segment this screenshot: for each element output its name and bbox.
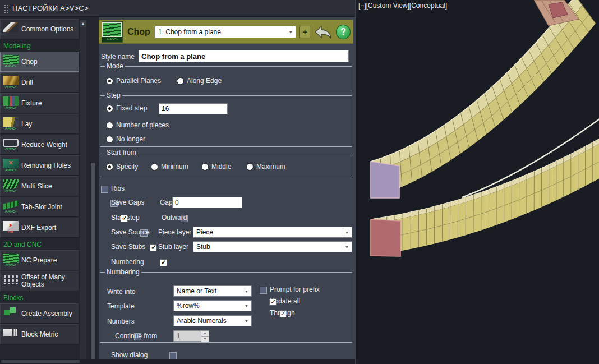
parallel-planes-label: Parallel Planes <box>116 77 161 85</box>
along-edge-radio[interactable] <box>177 77 184 85</box>
tool-title: Chop <box>126 27 151 37</box>
stub-layer-select[interactable]: Stub <box>193 241 352 252</box>
help-button[interactable]: ? <box>336 25 351 39</box>
sidebar-item-create-assembly[interactable]: Create Assembly <box>0 303 79 324</box>
sidebar-item-tab-slot-joint[interactable]: A>V>C> Tab-Slot Joint <box>0 197 79 217</box>
gap-label: Gap <box>160 199 173 207</box>
fixed-step-label: Fixed step <box>116 104 147 113</box>
sidebar-item-drill[interactable]: A>V>C> Drill <box>0 72 79 93</box>
fixture-icon: A>V>C> <box>2 96 20 110</box>
middle-label: Middle <box>211 163 231 171</box>
panel-scrollbar[interactable] <box>90 17 96 364</box>
gap-input[interactable] <box>172 197 242 208</box>
maximum-radio[interactable] <box>246 163 254 171</box>
horizontal-scrollbar-thumb[interactable] <box>1 360 80 363</box>
piece-layer-label: Piece layer <box>158 228 191 237</box>
viewport-3d[interactable]: [−][Custom View][Conceptual] <box>355 0 599 364</box>
viewport-view-control[interactable]: [Custom View] <box>366 2 409 10</box>
horizontal-scrollbar[interactable] <box>0 359 355 364</box>
lay-icon: A>V>C> <box>2 117 20 131</box>
template-label: Template <box>107 302 135 311</box>
update-all-label: Update all <box>270 297 300 306</box>
save-source-label: Save Source <box>111 228 150 237</box>
viewport-minimize-control[interactable]: [−] <box>358 2 366 10</box>
undo-arrow-icon <box>314 25 333 39</box>
drill-icon: A>V>C> <box>2 76 20 89</box>
continue-from-label: Continue from <box>115 332 157 340</box>
sidebar-item-block-metric[interactable]: Block Metric <box>0 324 79 344</box>
maximum-label: Maximum <box>256 163 285 171</box>
sidebar-item-removing-holes[interactable]: A>V>C> Removing Holes <box>0 155 79 176</box>
specify-radio[interactable] <box>106 163 113 171</box>
save-gaps-label: Save Gaps <box>111 199 144 207</box>
parallel-planes-radio[interactable] <box>106 77 113 85</box>
number-of-pieces-radio[interactable] <box>106 122 113 129</box>
numbering-checkbox[interactable] <box>160 259 167 266</box>
removing-holes-icon: A>V>C> <box>2 159 20 172</box>
stub-layer-label: Stub layer <box>158 243 188 251</box>
sidebar-item-nc-prepare[interactable]: A>V>C> NC Prepare <box>0 250 79 270</box>
template-select[interactable]: %row% <box>173 300 252 311</box>
sidebar-section-modeling: Modeling <box>0 40 79 52</box>
viewport-3d-scene[interactable] <box>356 0 599 364</box>
sidebar-item-common-options[interactable]: Common Options <box>0 19 79 39</box>
sidebar-item-label: Multi Slice <box>21 183 52 190</box>
minimum-radio[interactable] <box>151 163 158 171</box>
save-stubs-checkbox[interactable] <box>150 244 157 251</box>
sidebar-item-offset-of-many-objects[interactable]: Offset of Many Objects <box>0 271 79 291</box>
style-name-input[interactable] <box>139 50 349 62</box>
style-name-label: Style name <box>101 53 135 61</box>
palette-title: НАСТРОЙКИ A>V>C> <box>12 4 89 12</box>
style-preset-select[interactable]: 1. Chop from a plane <box>155 26 296 38</box>
sidebar-section-2d-and-cnc: 2D and CNC <box>0 238 79 250</box>
fixed-step-input[interactable] <box>159 103 228 114</box>
middle-radio[interactable] <box>201 163 209 171</box>
sidebar-item-label: Offset of Many Objects <box>21 274 77 288</box>
sidebar-item-label: Fixture <box>21 100 42 107</box>
number-of-pieces-label: Number of pieces <box>116 121 169 130</box>
sidebar-item-chop[interactable]: A>V>C> Chop <box>0 52 79 72</box>
numbers-select[interactable]: Arabic Numerals <box>173 315 252 326</box>
sidebar-item-multi-slice[interactable]: A>V>C> Multi Slice <box>0 176 79 196</box>
drag-grip-icon[interactable] <box>4 4 8 13</box>
sidebar-item-lay[interactable]: A>V>C> Lay <box>0 114 79 134</box>
sidebar-scrollbar[interactable] <box>80 20 86 359</box>
scroll-up-arrow-icon[interactable] <box>80 20 86 27</box>
undo-button[interactable] <box>314 25 333 39</box>
sidebar-item-reduce-weight[interactable]: A>V>C> Reduce Weight <box>0 135 79 155</box>
fixed-step-radio[interactable] <box>106 105 113 112</box>
dxf-export-icon: DXF <box>2 221 20 234</box>
sidebar-section-blocks: Blocks <box>0 292 79 303</box>
app-window: НАСТРОЙКИ A>V>C> Common Options Modeling… <box>0 0 599 364</box>
sidebar-item-label: DXF Export <box>21 224 56 232</box>
specify-label: Specify <box>116 163 138 171</box>
reduce-weight-icon: A>V>C> <box>2 139 20 151</box>
palette-titlebar[interactable]: НАСТРОЙКИ A>V>C> <box>0 0 355 17</box>
ribs-checkbox[interactable] <box>101 186 108 193</box>
spinner-arrows-icon[interactable]: ▲▼ <box>201 331 209 341</box>
tool-sidebar: Common Options Modeling A>V>C> Chop A>V>… <box>0 17 79 359</box>
tab-slot-joint-icon: A>V>C> <box>2 200 20 214</box>
sidebar-item-label: Block Metric <box>21 331 58 338</box>
panel-scrollbar-thumb[interactable] <box>91 163 95 362</box>
nc-prepare-icon: A>V>C> <box>2 254 20 267</box>
offset-objects-icon <box>2 274 20 288</box>
sidebar-item-dxf-export[interactable]: DXF DXF Export <box>0 218 79 238</box>
piece-layer-select[interactable]: Piece <box>193 227 352 238</box>
viewport-visualstyle-control[interactable]: [Conceptual] <box>409 2 447 10</box>
sidebar-item-label: Removing Holes <box>21 162 71 169</box>
numbers-label: Numbers <box>107 317 135 326</box>
continue-from-spinner[interactable]: 1 ▲▼ <box>173 330 209 342</box>
write-into-select[interactable]: Name or Text <box>173 285 252 297</box>
create-assembly-icon <box>2 307 20 320</box>
chop-settings-panel: A>V>C> Chop 1. Chop from a plane + ? Sty… <box>99 17 355 359</box>
viewport-controls: [−][Custom View][Conceptual] <box>358 2 447 10</box>
sidebar-item-label: Drill <box>21 79 33 86</box>
add-style-button[interactable]: + <box>300 26 311 38</box>
start-from-group: Start from Specify Minimum Middle Maximu… <box>100 153 352 177</box>
no-longer-radio[interactable] <box>106 136 113 143</box>
sidebar-item-fixture[interactable]: A>V>C> Fixture <box>0 93 79 113</box>
prompt-for-prefix-checkbox[interactable] <box>260 287 267 294</box>
write-into-label: Write into <box>107 288 135 296</box>
sidebar-item-label: Chop <box>21 58 38 66</box>
